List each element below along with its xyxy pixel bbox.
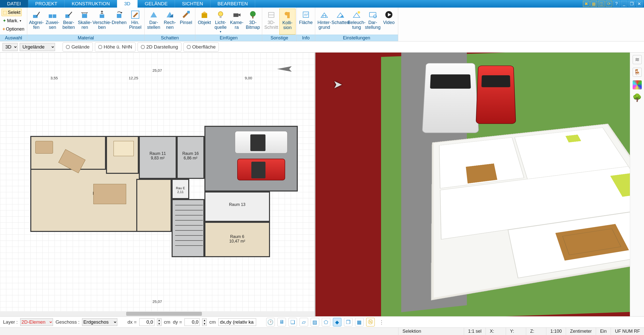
chip-oberflaeche[interactable]: Oberfläche xyxy=(183,42,219,52)
monitor-icon[interactable]: 🖥 xyxy=(277,318,286,326)
window-icon[interactable]: ◫ xyxy=(598,1,605,7)
2d-viewport[interactable]: 25,07 3,55 12,25 9,00 Raum 14 Raum 15 Ra… xyxy=(0,53,315,316)
room-6: Raum 6 10,47 m² xyxy=(204,222,270,257)
hint-input[interactable] xyxy=(218,318,256,326)
video-button[interactable]: Video xyxy=(381,9,397,35)
chip-hoehe[interactable]: Höhe ü. NHN xyxy=(95,42,136,52)
menu-views[interactable]: SICHTEN xyxy=(175,0,210,8)
dim-overall-bottom: 25,07 xyxy=(152,299,162,304)
package-icon[interactable]: ▦ xyxy=(591,1,597,7)
geschoss-select[interactable]: Erdgeschos xyxy=(82,318,117,326)
close-icon[interactable]: ✕ xyxy=(636,1,642,7)
area-info-button[interactable]: m²Fläche xyxy=(298,9,314,35)
move-material-button[interactable]: Verschie- ben xyxy=(93,9,111,35)
bottom-toolbar: Layer : 2D-Elemen Geschoss : Erdgeschos … xyxy=(0,316,644,327)
options-tool[interactable]: +Optionen xyxy=(2,25,25,33)
chip-2d-darstellung[interactable]: 2D Darstellung xyxy=(138,42,181,52)
group-sonstige: Sonstige xyxy=(262,35,297,41)
display-settings-button[interactable]: Dar- stellung xyxy=(365,9,381,35)
layers2-icon[interactable]: ❏ xyxy=(288,318,297,326)
layer-select[interactable]: 2D-Elemen xyxy=(20,318,53,326)
pick-material-button[interactable]: Abgrei- fen xyxy=(28,9,44,35)
group-einfuegen: Einfügen xyxy=(195,35,262,41)
car-white-3d xyxy=(422,63,479,133)
collision-button[interactable]: Kolli- sion xyxy=(279,9,296,35)
car-white-2d xyxy=(235,131,288,154)
shadow-brush-button[interactable]: Pinsel xyxy=(178,9,194,35)
dy-input[interactable] xyxy=(184,318,200,326)
group-einstellungen: Einstellungen xyxy=(315,35,398,41)
3d-section-button[interactable]: 3D- Schnitt xyxy=(263,9,279,35)
menu-file[interactable]: DATEI xyxy=(0,0,28,8)
dx-spinner[interactable]: ▲▼ xyxy=(157,318,162,326)
refresh-icon[interactable]: ⟳ xyxy=(606,1,612,7)
svg-rect-6 xyxy=(117,14,121,18)
select-tool[interactable]: ⬚Selekt xyxy=(2,9,22,16)
insert-light-button[interactable]: Licht- quelle▼ xyxy=(212,9,229,35)
svg-point-13 xyxy=(250,11,256,17)
insert-3dbitmap-button[interactable]: 3D- Bitmap xyxy=(245,9,261,35)
plane-icon[interactable]: ◆ xyxy=(333,318,341,326)
terrain-select[interactable]: Urgelände xyxy=(20,43,55,51)
background-brush-button[interactable]: Hin. Pinsel xyxy=(127,9,143,35)
group-schatten: Schatten xyxy=(145,35,195,41)
poly-icon[interactable]: ⬠ xyxy=(322,318,330,326)
kitchen xyxy=(136,179,172,232)
chip-gelaende[interactable]: Gelände xyxy=(63,42,93,52)
north-indicator-3d: ➤ xyxy=(333,78,342,91)
dim-overall-top: 25,07 xyxy=(152,68,162,73)
mark-tool[interactable]: ✦Mark.▼ xyxy=(2,17,23,25)
menu-construction[interactable]: KONSTRUKTION xyxy=(65,0,117,8)
layer-label: Layer : xyxy=(3,319,18,325)
dx-input[interactable] xyxy=(139,318,154,326)
status-z: Z: xyxy=(526,328,546,335)
svg-point-21 xyxy=(358,11,360,14)
tree-icon[interactable]: 🌳 xyxy=(633,93,642,102)
viewmode-select[interactable]: 3D xyxy=(3,43,18,51)
status-scale: 1:100 xyxy=(546,328,566,335)
scale-material-button[interactable]: Skalie- ren xyxy=(77,9,93,35)
insert-object-button[interactable]: Objekt xyxy=(196,9,212,35)
hatch-icon[interactable]: ▨ xyxy=(311,318,319,326)
menu-terrain[interactable]: GELÄNDE xyxy=(138,0,175,8)
menu-project[interactable]: PROJEKT xyxy=(28,0,65,8)
stairwell xyxy=(172,199,204,257)
lighting-settings-button[interactable]: Beleuch- tung xyxy=(348,9,365,35)
north-icon[interactable]: Ⓝ xyxy=(366,318,375,326)
grid-icon[interactable]: ▦ xyxy=(355,318,364,326)
clock-icon[interactable]: 🕑 xyxy=(266,318,275,326)
svg-point-10 xyxy=(218,12,223,16)
room-13: Raum 13 xyxy=(204,192,270,222)
cube-icon[interactable]: ❒ xyxy=(344,318,353,326)
rotate-material-button[interactable]: Drehen xyxy=(111,9,127,35)
more-icon[interactable]: ⋮ xyxy=(377,318,386,326)
status-sel: 1:1 sel xyxy=(464,328,486,335)
insert-camera-button[interactable]: Kame- ra xyxy=(229,9,245,35)
help-icon[interactable]: ? xyxy=(613,1,620,7)
menu-edit[interactable]: BEARBEITEN xyxy=(210,0,255,8)
restore-icon[interactable]: ❐ xyxy=(628,1,635,7)
edit-material-button[interactable]: Bear- beiten xyxy=(61,9,77,35)
right-sidetools: ≋ 🪑 🌳 xyxy=(630,53,644,316)
shadow-settings-button[interactable]: Schatten xyxy=(332,9,348,35)
minimize-icon[interactable]: _ xyxy=(621,1,627,7)
tool-icon[interactable]: ✖ xyxy=(583,1,589,7)
gear-icon xyxy=(98,45,102,49)
3d-viewport[interactable]: ➤ xyxy=(315,53,630,316)
background-settings-button[interactable]: Hinter- grund xyxy=(316,9,332,35)
dy-spinner[interactable]: ▲▼ xyxy=(202,318,207,326)
palette-icon[interactable] xyxy=(633,80,642,89)
menu-3d[interactable]: 3D xyxy=(117,0,138,8)
shadow-display-button[interactable]: Dar- stellen xyxy=(146,9,162,35)
2d-hscrollbar[interactable] xyxy=(0,311,314,316)
ribbon: ⬚Selekt ✦Mark.▼ +Optionen Auswahl Abgrei… xyxy=(0,8,644,41)
chair-icon[interactable]: 🪑 xyxy=(633,68,642,77)
layers-icon[interactable]: ≋ xyxy=(633,55,642,64)
room-11: Raum 11 9,83 m² xyxy=(139,136,177,179)
group-info: Info xyxy=(297,35,315,41)
north-arrow-icon xyxy=(277,65,294,73)
shadow-calc-button[interactable]: Rech- nen xyxy=(162,9,178,35)
assign-material-button[interactable]: Zuwei- sen xyxy=(44,9,61,35)
floorplan: Raum 14 Raum 15 Raum 11 9,83 m² Raum 16 … xyxy=(30,103,299,265)
trowel-icon[interactable]: ▱ xyxy=(300,318,308,326)
